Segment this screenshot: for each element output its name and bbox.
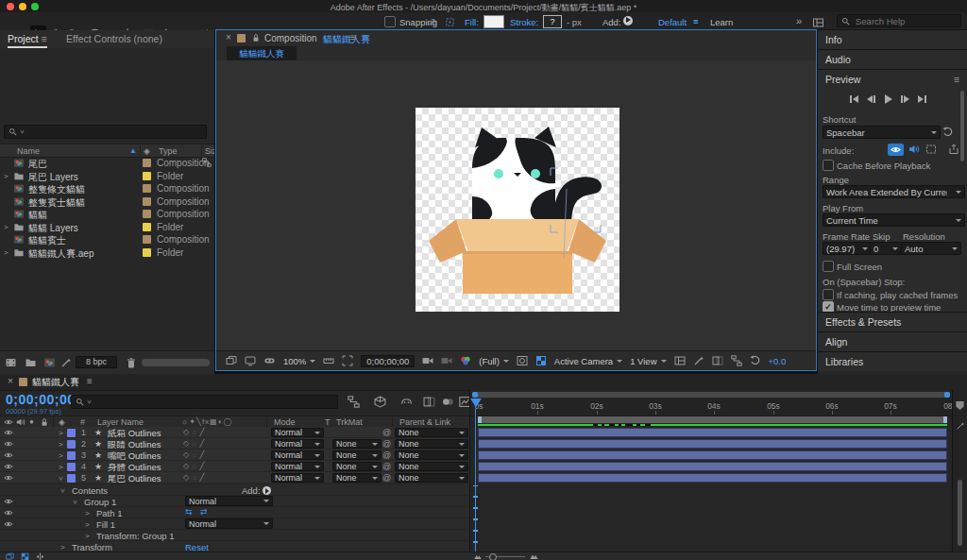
expand-icon[interactable]: >: [59, 451, 63, 460]
expand-icon[interactable]: >: [85, 532, 90, 540]
label-swatch[interactable]: [143, 210, 151, 218]
cat-tail[interactable]: [553, 177, 602, 223]
parent-dropdown[interactable]: None: [395, 428, 468, 437]
parent-dropdown[interactable]: None: [395, 473, 468, 483]
pickwhip-icon[interactable]: @: [382, 473, 391, 483]
comp-marker-bin-icon[interactable]: [955, 400, 965, 411]
panel-align[interactable]: Align: [818, 331, 967, 351]
lock-icon[interactable]: [251, 33, 261, 42]
viewer-active-tab[interactable]: 貓貓鐵人賽: [227, 46, 297, 60]
viewer-viewport[interactable]: [216, 60, 816, 350]
video-column-icon[interactable]: [4, 417, 13, 427]
eye-icon[interactable]: [4, 508, 13, 518]
include-overlays-icon[interactable]: [925, 144, 937, 155]
workspace-selector[interactable]: Default: [658, 17, 687, 27]
workspace-menu-icon[interactable]: ≡: [693, 16, 699, 26]
tab-effect-controls[interactable]: Effect Controls (none): [66, 33, 162, 44]
camera-dropdown[interactable]: Active Camera: [554, 356, 622, 366]
layer-duration-bar[interactable]: [478, 439, 947, 449]
fill-blend-mode-dropdown[interactable]: Normal: [185, 518, 273, 529]
layer-label-swatch[interactable]: [67, 474, 76, 483]
target-region-icon[interactable]: [517, 355, 528, 366]
cardboard-box[interactable]: [429, 219, 606, 294]
t-column[interactable]: T: [325, 417, 331, 427]
group-blend-mode-dropdown[interactable]: Normal: [185, 496, 273, 506]
solo-column-icon[interactable]: ●: [29, 417, 34, 426]
timeline-menu-icon[interactable]: ≡: [87, 376, 93, 386]
parent-dropdown[interactable]: None: [395, 450, 468, 460]
close-tab-icon[interactable]: ×: [8, 376, 13, 386]
vr-view-icon[interactable]: [263, 355, 276, 366]
collapse-icon[interactable]: >: [71, 500, 79, 504]
snap-to-edges-button[interactable]: [424, 14, 440, 30]
panel-effects-presets[interactable]: Effects & Presets: [818, 312, 967, 331]
include-audio-icon[interactable]: [908, 144, 920, 155]
eye-icon[interactable]: [4, 519, 13, 529]
shortcut-dropdown[interactable]: Spacebar: [823, 126, 941, 139]
label-swatch[interactable]: [143, 223, 151, 231]
zoom-in-mountain-icon[interactable]: [529, 552, 539, 560]
transparency-grid-icon[interactable]: [535, 355, 547, 366]
blend-mode-dropdown[interactable]: Normal: [271, 439, 324, 449]
pickwhip-icon[interactable]: @: [382, 428, 391, 437]
layer-row[interactable]: > 5 ★ 尾巴 Outlines ◇☼╱ Normal None @ None: [0, 472, 469, 484]
expand-icon[interactable]: >: [4, 172, 8, 180]
snapping-checkbox[interactable]: [384, 16, 396, 27]
time-ruler[interactable]: 0s 01s 02s 03s 04s 05s 06s 07s 08s: [470, 399, 953, 416]
preview-menu-icon[interactable]: ≡: [954, 74, 959, 85]
column-name[interactable]: Name: [17, 146, 40, 156]
layer-duration-bar[interactable]: [478, 450, 947, 460]
trkmat-dropdown[interactable]: None: [332, 439, 382, 449]
property-row-path[interactable]: > Path 1 ⇆ ⇄: [0, 507, 469, 518]
expand-icon[interactable]: >: [60, 543, 65, 552]
current-timecode[interactable]: 0;00;00;00: [6, 392, 76, 407]
layer-switches[interactable]: ◇☼╱: [183, 428, 206, 436]
audio-column-icon[interactable]: [16, 417, 25, 427]
layer-duration-bar[interactable]: [478, 462, 947, 471]
navigator-end-handle[interactable]: [944, 392, 950, 398]
mode-column[interactable]: Mode: [274, 417, 296, 427]
label-column-icon[interactable]: ◈: [144, 146, 150, 156]
collapse-icon[interactable]: >: [59, 488, 67, 493]
resolution-dropdown[interactable]: (Full): [479, 356, 509, 366]
magnification-dropdown[interactable]: 100%: [283, 356, 315, 366]
panel-menu-icon[interactable]: ≡: [42, 33, 47, 44]
path-direction-icon[interactable]: ⇆: [185, 507, 193, 517]
stroke-label[interactable]: Stroke:: [510, 17, 538, 27]
property-row-transform-group[interactable]: > Transform: Group 1: [0, 530, 469, 541]
reset-shortcut-icon[interactable]: [942, 127, 954, 138]
work-area-bar[interactable]: [478, 416, 947, 423]
draft-3d-icon[interactable]: [374, 396, 386, 408]
expand-inout-columns-icon[interactable]: [36, 552, 44, 560]
viewer-comp-name[interactable]: 貓貓鐵人賽: [323, 33, 370, 46]
layer-switches[interactable]: ◇☼╱: [183, 473, 206, 482]
workspace-learn[interactable]: Learn: [710, 17, 733, 27]
add-property-button[interactable]: [263, 486, 271, 495]
flowchart-button-icon[interactable]: [731, 355, 742, 366]
composition-canvas[interactable]: [416, 108, 619, 312]
label-swatch[interactable]: [143, 159, 151, 167]
playhead-marker[interactable]: [470, 399, 482, 413]
work-area-end-handle[interactable]: [943, 416, 947, 423]
view-layout-dropdown[interactable]: 1 View: [630, 356, 666, 366]
next-frame-button[interactable]: [901, 95, 909, 103]
timeline-zoom-knob[interactable]: [489, 553, 497, 560]
reset-exposure-icon[interactable]: [750, 355, 761, 366]
layer-label-swatch[interactable]: [67, 429, 76, 437]
close-tab-icon[interactable]: ×: [226, 32, 231, 42]
panel-preview[interactable]: Preview≡: [818, 69, 967, 89]
eye-icon[interactable]: [4, 462, 13, 471]
blend-mode-dropdown[interactable]: Normal: [271, 428, 324, 437]
expand-icon[interactable]: >: [4, 223, 8, 231]
grid-guides-icon[interactable]: [323, 355, 334, 366]
project-item[interactable]: > 尾巴 Layers Folder: [0, 170, 214, 183]
layer-duration-bar[interactable]: [478, 473, 947, 483]
timeline-button-icon[interactable]: [712, 355, 723, 366]
cat-artwork[interactable]: [472, 127, 602, 223]
layer-row[interactable]: > 1 ★ 紙箱 Outlines ◇☼╱ Normal @ None: [0, 427, 469, 438]
frame-rate-dropdown[interactable]: (29.97): [823, 242, 872, 255]
snapshot-icon[interactable]: [422, 355, 433, 366]
help-search-input[interactable]: [854, 15, 952, 27]
layer-label-swatch[interactable]: [67, 440, 76, 449]
fill-label[interactable]: Fill:: [465, 17, 479, 27]
